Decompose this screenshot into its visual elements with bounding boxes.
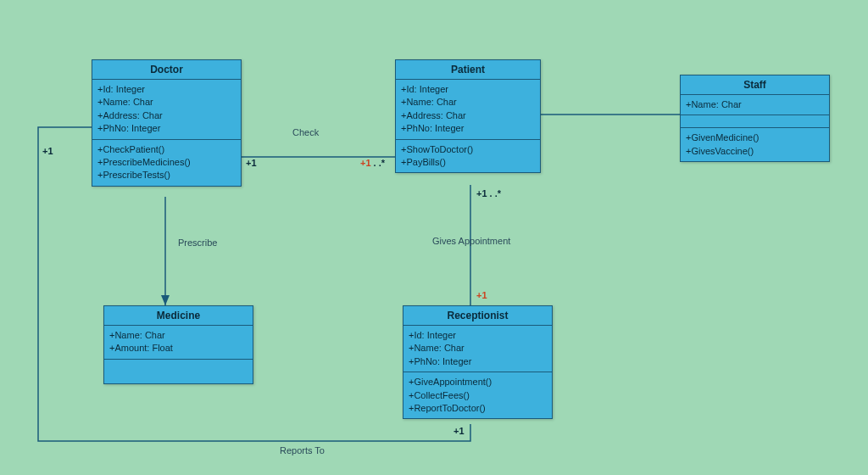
- class-ops: +ShowToDoctor() +PayBills(): [396, 140, 540, 173]
- class-attrs: +Name: Char: [681, 95, 829, 115]
- class-receptionist: Receptionist +Id: Integer +Name: Char +P…: [403, 305, 553, 419]
- op: +PrescribeTests(): [97, 169, 236, 182]
- class-ops: [104, 360, 253, 383]
- attr: +Id: Integer: [401, 83, 535, 96]
- class-title: Doctor: [92, 60, 241, 80]
- class-attrs: +Name: Char +Amount: Float: [104, 326, 253, 360]
- class-title: Patient: [396, 60, 540, 80]
- op: +GivenMedicine(): [686, 131, 824, 144]
- attr: +Name: Char: [97, 96, 236, 109]
- op: +ReportToDoctor(): [409, 402, 547, 415]
- label-check: Check: [292, 127, 319, 137]
- attr: +PhNo: Integer: [409, 355, 547, 368]
- attr: +Id: Integer: [97, 83, 236, 96]
- attr: +PhNo: Integer: [401, 122, 535, 135]
- class-ops: +GivenMedicine() +GivesVaccine(): [681, 128, 829, 161]
- class-title: Staff: [681, 75, 829, 95]
- op: +ShowToDoctor(): [401, 143, 535, 156]
- class-patient: Patient +Id: Integer +Name: Char +Addres…: [395, 59, 541, 173]
- mult-patient-check: +1 . .*: [360, 158, 385, 168]
- attr: +Address: Char: [97, 109, 236, 122]
- op: +GiveAppointment(): [409, 376, 547, 388]
- mult-recep-appt: +1: [476, 290, 487, 300]
- mult-doctor-check: +1: [246, 158, 257, 168]
- attr: +PhNo: Integer: [97, 122, 236, 135]
- op: +PrescribeMedicines(): [97, 156, 236, 169]
- class-attrs: +Id: Integer +Name: Char +Address: Char …: [92, 80, 241, 140]
- mult-doctor-reports: +1: [42, 146, 53, 156]
- class-ops: +GiveAppointment() +CollectFees() +Repor…: [403, 372, 552, 418]
- attr: +Name: Char: [109, 329, 248, 342]
- class-staff: Staff +Name: Char +GivenMedicine() +Give…: [680, 75, 830, 162]
- attr: +Name: Char: [686, 98, 824, 111]
- op: +CollectFees(): [409, 389, 547, 402]
- op: +CheckPatient(): [97, 143, 236, 156]
- class-attrs: +Id: Integer +Name: Char +Address: Char …: [396, 80, 540, 140]
- class-empty: [681, 115, 829, 128]
- class-medicine: Medicine +Name: Char +Amount: Float: [103, 305, 253, 384]
- mult-patient-appt: +1 . .*: [476, 188, 501, 198]
- class-attrs: +Id: Integer +Name: Char +PhNo: Integer: [403, 326, 552, 372]
- label-gives-appointment: Gives Appointment: [432, 236, 510, 246]
- label-reports-to: Reports To: [280, 445, 325, 455]
- attr: +Amount: Float: [109, 342, 248, 355]
- arrow-prescribe: [161, 295, 170, 305]
- class-title: Medicine: [104, 306, 253, 326]
- label-prescribe: Prescribe: [178, 238, 217, 248]
- op: +PayBills(): [401, 156, 535, 169]
- attr: +Id: Integer: [409, 329, 547, 342]
- attr: +Address: Char: [401, 109, 535, 122]
- attr: +Name: Char: [409, 342, 547, 355]
- class-doctor: Doctor +Id: Integer +Name: Char +Address…: [92, 59, 242, 187]
- mult-recep-reports: +1: [453, 426, 465, 436]
- attr: +Name: Char: [401, 96, 535, 109]
- op: +GivesVaccine(): [686, 145, 824, 158]
- class-ops: +CheckPatient() +PrescribeMedicines() +P…: [92, 140, 241, 186]
- class-title: Receptionist: [403, 306, 552, 326]
